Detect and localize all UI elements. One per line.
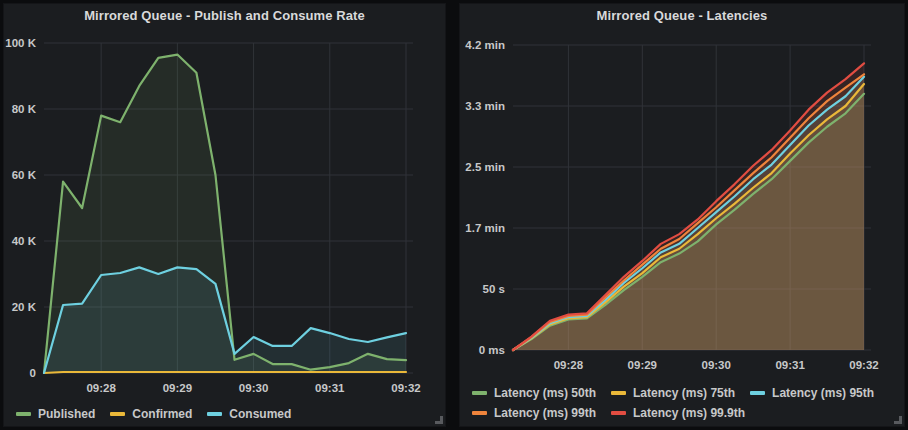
latencies-chart-canvas[interactable]: 0 ms50 s1.7 min2.5 min3.3 min4.2 min09:2… [460, 4, 906, 428]
y-tick-label: 2.5 min [465, 161, 505, 173]
y-tick-label: 60 K [12, 169, 37, 181]
legend: Latency (ms) 50th Latency (ms) 75th Late… [472, 385, 894, 420]
x-tick-label: 09:28 [86, 382, 116, 394]
legend-color-dash [750, 391, 765, 395]
y-tick-label: 3.3 min [465, 100, 505, 112]
legend-label: Latency (ms) 99.9th [633, 406, 745, 420]
x-tick-label: 09:30 [701, 359, 730, 371]
legend-item-latency-99th[interactable]: Latency (ms) 99th [472, 405, 596, 420]
x-tick-label: 09:30 [239, 382, 268, 394]
series-line [44, 372, 406, 373]
legend-color-dash [472, 391, 487, 395]
x-tick-label: 09:28 [554, 359, 584, 371]
panel-title[interactable]: Mirrored Queue - Latencies [460, 8, 904, 23]
x-tick-label: 09:29 [163, 382, 192, 394]
legend-item-latency-50th[interactable]: Latency (ms) 50th [472, 385, 596, 400]
legend-label: Latency (ms) 50th [494, 386, 596, 400]
y-tick-label: 20 K [12, 301, 37, 313]
legend-color-dash [611, 391, 626, 395]
legend-label: Latency (ms) 75th [633, 386, 735, 400]
legend-label: Latency (ms) 95th [772, 386, 874, 400]
x-tick-label: 09:32 [391, 382, 420, 394]
panel-publish-consume-rate: Mirrored Queue - Publish and Consume Rat… [3, 3, 446, 427]
legend-item-consumed[interactable]: Consumed [207, 406, 291, 421]
y-tick-label: 40 K [12, 235, 37, 247]
legend-color-dash [207, 412, 222, 416]
publish-consume-chart-canvas[interactable]: 020 K40 K60 K80 K100 K09:2809:2909:3009:… [4, 4, 447, 428]
panel-latencies: Mirrored Queue - Latencies 0 ms50 s1.7 m… [459, 3, 905, 427]
x-tick-label: 09:31 [775, 359, 805, 371]
legend-label: Confirmed [132, 407, 192, 421]
y-tick-label: 4.2 min [465, 39, 505, 51]
legend-item-latency-95th[interactable]: Latency (ms) 95th [750, 385, 874, 400]
legend-color-dash [110, 412, 125, 416]
y-tick-label: 1.7 min [465, 222, 505, 234]
legend-label: Latency (ms) 99th [494, 406, 596, 420]
panel-title[interactable]: Mirrored Queue - Publish and Consume Rat… [4, 8, 445, 23]
y-tick-label: 80 K [12, 103, 37, 115]
legend-color-dash [611, 411, 626, 415]
x-tick-label: 09:31 [315, 382, 345, 394]
legend-item-confirmed[interactable]: Confirmed [110, 406, 192, 421]
legend-label: Published [38, 407, 95, 421]
legend-color-dash [472, 411, 487, 415]
legend: Published Confirmed Consumed [16, 406, 435, 421]
x-tick-label: 09:32 [849, 359, 878, 371]
legend-item-latency-75th[interactable]: Latency (ms) 75th [611, 385, 735, 400]
y-tick-label: 50 s [483, 283, 505, 295]
legend-color-dash [16, 412, 31, 416]
legend-item-published[interactable]: Published [16, 406, 95, 421]
y-tick-label: 100 K [5, 37, 36, 49]
legend-label: Consumed [229, 407, 291, 421]
y-tick-label: 0 [30, 367, 36, 379]
x-tick-label: 09:29 [628, 359, 657, 371]
panel-resize-handle[interactable] [435, 416, 443, 424]
panel-resize-handle[interactable] [894, 416, 902, 424]
legend-item-latency-99-9th[interactable]: Latency (ms) 99.9th [611, 405, 745, 420]
y-tick-label: 0 ms [479, 344, 505, 356]
